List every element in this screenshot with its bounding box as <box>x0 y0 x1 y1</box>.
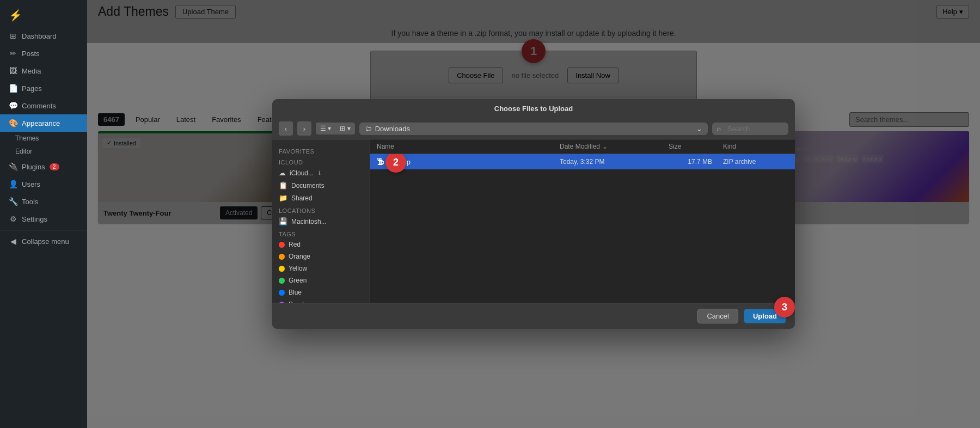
sidebar-sub-item-themes[interactable]: Themes <box>0 132 87 145</box>
tags-label: Tags <box>272 228 370 239</box>
fp-item-label: Macintosh... <box>291 218 327 225</box>
collapse-icon: ◀ <box>9 237 17 246</box>
col-name: Name <box>377 143 560 150</box>
fp-cancel-button[interactable]: Cancel <box>697 309 738 323</box>
sidebar-item-media[interactable]: 🖼 Media <box>0 62 87 80</box>
file-picker-footer: Cancel Upload 3 <box>272 303 795 329</box>
col-size: Size <box>669 143 723 150</box>
fp-tag-purple[interactable]: Purple <box>272 298 370 303</box>
location-icon: 🗂 <box>365 125 372 133</box>
plugins-badge: 2 <box>50 163 59 170</box>
dashboard-icon: ⊞ <box>9 32 17 40</box>
sidebar-item-dashboard[interactable]: ⊞ Dashboard <box>0 27 87 45</box>
sidebar: ⚡ ⊞ Dashboard ✏ Posts 🖼 Media 📄 Pages 💬 … <box>0 0 87 428</box>
sidebar-item-label: Plugins <box>22 163 45 171</box>
col-date: Date Modified ⌄ <box>560 143 669 150</box>
fp-item-label: Shared <box>291 194 313 202</box>
sidebar-item-posts[interactable]: ✏ Posts <box>0 45 87 62</box>
blue-dot <box>279 290 285 296</box>
file-picker-sidebar: Favorites iCloud ☁ iCloud... ℹ 📋 Documen… <box>272 139 370 303</box>
appearance-icon: 🎨 <box>9 119 17 127</box>
file-list-header: Name Date Modified ⌄ Size Kind <box>370 139 795 154</box>
shared-icon: 📁 <box>279 194 287 202</box>
upload-btn-wrapper: Cancel <box>697 309 738 323</box>
file-picker-title: Choose Files to Upload <box>494 105 573 113</box>
fp-tag-label: Blue <box>289 289 302 296</box>
sidebar-item-label: Tools <box>22 198 38 206</box>
orange-dot <box>279 254 285 260</box>
sidebar-item-settings[interactable]: ⚙ Settings <box>0 210 87 228</box>
fp-tag-orange[interactable]: Orange <box>272 250 370 262</box>
col-kind: Kind <box>723 143 788 150</box>
settings-icon: ⚙ <box>9 215 17 223</box>
icloud-info-icon: ℹ <box>318 170 321 176</box>
fp-tag-label: Green <box>289 277 307 284</box>
locations-label: Locations <box>272 204 370 215</box>
file-kind: ZIP archive <box>723 158 788 166</box>
sidebar-sub-item-editor[interactable]: Editor <box>0 145 87 158</box>
posts-icon: ✏ <box>9 49 17 58</box>
file-picker-main: Name Date Modified ⌄ Size Kind 🗜 <box>370 139 795 303</box>
search-wrap <box>712 123 788 135</box>
file-row-divi-zip[interactable]: 🗜 Divi.zip Today, 3:32 PM 17.7 MB ZIP ar… <box>370 154 795 169</box>
sidebar-logo: ⚡ <box>0 0 87 27</box>
users-icon: 👤 <box>9 180 17 188</box>
fp-tag-label: Red <box>289 241 301 248</box>
fp-item-label: Documents <box>291 182 324 189</box>
view-btn-group: ☰ ▾ ⊞ ▾ <box>316 123 355 134</box>
file-picker-titlebar: Choose Files to Upload <box>272 99 795 118</box>
green-dot <box>279 278 285 284</box>
fp-item-macintosh[interactable]: 💾 Macintosh... <box>272 215 370 228</box>
sidebar-item-users[interactable]: 👤 Users <box>0 175 87 193</box>
sidebar-item-pages[interactable]: 📄 Pages <box>0 80 87 97</box>
sidebar-item-label: Comments <box>22 102 56 110</box>
sidebar-item-tools[interactable]: 🔧 Tools <box>0 193 87 210</box>
forward-button[interactable]: › <box>297 121 311 136</box>
sidebar-item-label: Posts <box>22 50 40 58</box>
fp-item-label: iCloud... <box>290 169 314 177</box>
badge-3: 3 <box>774 297 795 317</box>
sidebar-item-label: Media <box>22 67 41 75</box>
sidebar-item-label: Dashboard <box>22 32 57 40</box>
chevron-icon: ⌄ <box>696 125 702 133</box>
fp-tag-blue[interactable]: Blue <box>272 286 370 298</box>
modal-overlay: Choose Files to Upload ‹ › ☰ ▾ ⊞ ▾ 🗂 Dow… <box>87 0 980 428</box>
fp-item-shared[interactable]: 📁 Shared <box>272 192 370 204</box>
file-size: 17.7 MB <box>669 158 723 166</box>
file-search-input[interactable] <box>712 123 788 135</box>
sidebar-collapse-menu[interactable]: ◀ Collapse menu <box>0 233 87 250</box>
editor-sub-label: Editor <box>15 148 32 155</box>
file-picker-modal: Choose Files to Upload ‹ › ☰ ▾ ⊞ ▾ 🗂 Dow… <box>272 99 795 329</box>
comments-icon: 💬 <box>9 101 17 110</box>
sidebar-item-label: Pages <box>22 84 42 93</box>
grid-view-button[interactable]: ⊞ ▾ <box>335 123 354 134</box>
fp-tag-label: Orange <box>289 253 310 260</box>
collapse-menu-label: Collapse menu <box>22 237 69 246</box>
sidebar-item-plugins[interactable]: 🔌 Plugins 2 <box>0 158 87 175</box>
fp-item-documents[interactable]: 📋 Documents <box>272 179 370 192</box>
file-picker-toolbar: ‹ › ☰ ▾ ⊞ ▾ 🗂 Downloads ⌄ <box>272 118 795 139</box>
plugins-icon: 🔌 <box>9 162 17 171</box>
sidebar-item-appearance[interactable]: 🎨 Appearance <box>0 114 87 132</box>
back-button[interactable]: ‹ <box>279 121 293 136</box>
location-selector[interactable]: 🗂 Downloads ⌄ <box>359 123 708 135</box>
wp-logo-icon: ⚡ <box>9 9 22 22</box>
sidebar-item-comments[interactable]: 💬 Comments <box>0 97 87 114</box>
icloud-label: iCloud <box>272 156 370 167</box>
yellow-dot <box>279 266 285 272</box>
file-date: Today, 3:32 PM <box>560 158 669 166</box>
main-content: Add Themes Upload Theme Help ▾ If you ha… <box>87 0 980 428</box>
list-view-button[interactable]: ☰ ▾ <box>316 123 335 134</box>
sort-chevron: ⌄ <box>602 143 608 150</box>
pages-icon: 📄 <box>9 84 17 93</box>
fp-item-icloud[interactable]: ☁ iCloud... ℹ <box>272 167 370 179</box>
macintosh-icon: 💾 <box>279 217 287 225</box>
tools-icon: 🔧 <box>9 197 17 206</box>
fp-tag-yellow[interactable]: Yellow <box>272 262 370 274</box>
fp-tag-green[interactable]: Green <box>272 274 370 286</box>
file-list-body: 🗜 Divi.zip Today, 3:32 PM 17.7 MB ZIP ar… <box>370 154 795 303</box>
zip-file-icon: 🗜 <box>377 157 384 166</box>
file-picker-body: Favorites iCloud ☁ iCloud... ℹ 📋 Documen… <box>272 139 795 303</box>
fp-tag-red[interactable]: Red <box>272 239 370 250</box>
location-label: Downloads <box>375 125 410 133</box>
